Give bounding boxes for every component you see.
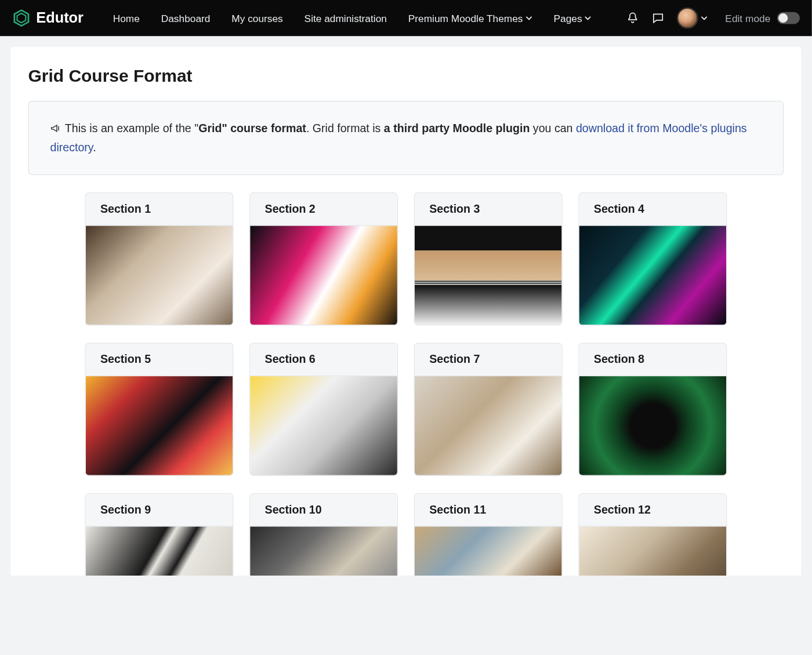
section-thumbnail: [250, 376, 397, 475]
svg-marker-1: [17, 13, 26, 23]
section-card-1[interactable]: Section 1: [85, 192, 233, 325]
section-label: Section 11: [415, 494, 562, 526]
section-card-2[interactable]: Section 2: [249, 192, 398, 325]
edit-mode-label: Edit mode: [725, 12, 770, 24]
section-card-7[interactable]: Section 7: [414, 343, 563, 475]
section-thumbnail: [579, 226, 726, 325]
nav-pages[interactable]: Pages: [543, 7, 602, 29]
section-label: Section 3: [415, 193, 562, 225]
section-card-8[interactable]: Section 8: [578, 343, 727, 475]
edit-mode-control: Edit mode: [725, 12, 800, 24]
section-card-11[interactable]: Section 11: [414, 493, 563, 576]
section-label: Section 1: [86, 193, 233, 225]
nav-my-courses-label: My courses: [231, 12, 282, 24]
nav-home-label: Home: [113, 12, 140, 24]
user-menu[interactable]: [677, 8, 708, 29]
section-label: Section 2: [250, 193, 397, 225]
section-thumbnail: [579, 376, 726, 475]
megaphone-icon: [50, 122, 60, 139]
nav-dashboard-label: Dashboard: [161, 12, 211, 24]
section-thumbnail: [579, 527, 726, 576]
notice-text-post: you can: [530, 122, 576, 135]
notice-period: .: [93, 141, 96, 154]
section-thumbnail: [415, 226, 562, 325]
section-label: Section 5: [86, 344, 233, 376]
bell-icon: [626, 12, 640, 25]
nav-links: Home Dashboard My courses Site administr…: [102, 7, 602, 29]
chevron-down-icon: [585, 14, 592, 21]
section-card-12[interactable]: Section 12: [578, 493, 727, 576]
info-notice: This is an example of the "Grid" course …: [28, 101, 784, 175]
avatar: [677, 8, 698, 29]
nav-pages-label: Pages: [554, 12, 582, 24]
section-label: Section 8: [579, 344, 726, 376]
section-card-5[interactable]: Section 5: [85, 343, 233, 475]
section-label: Section 6: [250, 344, 397, 376]
section-label: Section 4: [579, 193, 726, 225]
notice-text-mid: . Grid format is: [306, 122, 384, 135]
chat-icon: [652, 12, 665, 25]
section-card-9[interactable]: Section 9: [85, 493, 233, 576]
section-thumbnail: [250, 226, 397, 325]
nav-premium-themes-label: Premium Moodle Themes: [408, 12, 523, 24]
chevron-down-icon: [701, 14, 708, 21]
brand-logo-icon: [12, 9, 31, 27]
section-label: Section 7: [415, 344, 562, 376]
nav-home[interactable]: Home: [102, 7, 150, 29]
nav-my-courses[interactable]: My courses: [221, 7, 293, 29]
section-card-4[interactable]: Section 4: [578, 192, 727, 325]
nav-site-admin[interactable]: Site administration: [293, 7, 397, 29]
section-label: Section 10: [250, 494, 397, 526]
sections-grid: Section 1 Section 2 Section 3 Section 4 …: [28, 192, 784, 576]
notifications-button[interactable]: [626, 12, 640, 25]
section-thumbnail: [415, 376, 562, 475]
nav-dashboard[interactable]: Dashboard: [150, 7, 221, 29]
notice-text-pre: This is an example of the ": [65, 122, 198, 135]
section-thumbnail: [86, 527, 233, 576]
nav-icons: [626, 8, 708, 29]
section-card-3[interactable]: Section 3: [414, 192, 563, 325]
nav-site-admin-label: Site administration: [304, 12, 387, 24]
section-thumbnail: [250, 527, 397, 576]
edit-mode-toggle[interactable]: [777, 12, 800, 24]
page-container: Grid Course Format This is an example of…: [10, 47, 801, 576]
notice-bold-2: a third party Moodle plugin: [384, 122, 530, 135]
section-thumbnail: [86, 226, 233, 325]
chevron-down-icon: [525, 14, 532, 21]
brand-name: Edutor: [36, 9, 84, 27]
section-card-6[interactable]: Section 6: [249, 343, 398, 475]
brand[interactable]: Edutor: [12, 9, 84, 27]
nav-premium-themes[interactable]: Premium Moodle Themes: [397, 7, 543, 29]
top-navbar: Edutor Home Dashboard My courses Site ad…: [0, 0, 812, 36]
section-card-10[interactable]: Section 10: [249, 493, 398, 576]
messages-button[interactable]: [652, 12, 665, 25]
section-thumbnail: [415, 527, 562, 576]
section-label: Section 9: [86, 494, 233, 526]
section-thumbnail: [86, 376, 233, 475]
notice-bold-1: Grid" course format: [198, 122, 306, 135]
section-label: Section 12: [579, 494, 726, 526]
page-title: Grid Course Format: [28, 66, 784, 86]
